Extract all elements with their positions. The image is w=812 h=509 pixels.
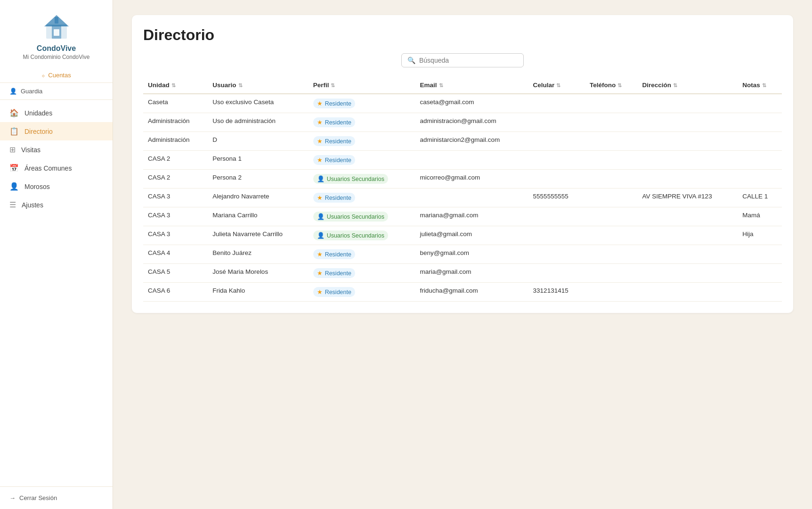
morosos-icon: 👤 xyxy=(9,182,19,191)
cell-email: julieta@gmail.com xyxy=(415,226,528,245)
search-wrapper: 🔍 xyxy=(401,53,524,67)
cell-celular xyxy=(528,132,585,151)
perfil-icon: 👤 xyxy=(317,213,325,220)
accounts-label: Cuentas xyxy=(48,72,71,79)
visitas-icon: ⊞ xyxy=(9,145,16,154)
sort-usuario: ⇅ xyxy=(238,82,243,89)
sidebar-label-unidades: Unidades xyxy=(24,109,52,117)
cell-email: beny@gmail.com xyxy=(415,245,528,264)
cell-usuario: Julieta Navarrete Carrillo xyxy=(208,226,308,245)
sidebar: CondoVive Mi Condominio CondoVive ⬦ Cuen… xyxy=(0,0,113,509)
directory-table: Unidad⇅Usuario⇅Perfil⇅Email⇅Celular⇅Telé… xyxy=(143,77,782,302)
col-header-email[interactable]: Email⇅ xyxy=(415,77,528,94)
perfil-label: Residente xyxy=(325,157,351,164)
col-header-unidad[interactable]: Unidad⇅ xyxy=(143,77,208,94)
cell-usuario: Persona 1 xyxy=(208,151,308,170)
perfil-badge: 👤Usuarios Secundarios xyxy=(313,230,388,240)
perfil-badge: ★Residente xyxy=(313,136,355,146)
cell-notas xyxy=(738,113,782,132)
cell-celular xyxy=(528,264,585,283)
svg-rect-4 xyxy=(46,25,67,26)
sidebar-item-morosos[interactable]: 👤 Morosos xyxy=(0,177,113,196)
user-section: 👤 Guardia xyxy=(0,83,113,100)
directory-card: Directorio 🔍 Unidad⇅Usuario⇅Perfil⇅Email… xyxy=(132,15,793,313)
logout-button[interactable]: → Cerrar Sesión xyxy=(9,494,103,501)
sidebar-item-directorio[interactable]: 📋 Directorio xyxy=(0,122,113,140)
perfil-icon: ★ xyxy=(317,288,323,296)
table-row: CASA 3Alejandro Navarrete★Residente55555… xyxy=(143,189,782,207)
sort-telefono: ⇅ xyxy=(617,82,622,89)
unidades-icon: 🏠 xyxy=(9,108,19,117)
cell-usuario: Mariana Carrillo xyxy=(208,207,308,226)
cell-notas xyxy=(738,170,782,189)
cell-unidad: CASA 5 xyxy=(143,264,208,283)
ajustes-icon: ☰ xyxy=(9,200,16,209)
col-header-telefono[interactable]: Teléfono⇅ xyxy=(585,77,638,94)
perfil-icon: 👤 xyxy=(317,175,325,182)
search-input[interactable] xyxy=(419,57,518,64)
user-icon: 👤 xyxy=(9,88,17,95)
perfil-icon: ★ xyxy=(317,251,323,258)
cell-direccion xyxy=(638,94,738,113)
cell-telefono xyxy=(585,189,638,207)
accounts-link[interactable]: ⬦ Cuentas xyxy=(0,68,113,83)
col-header-notas[interactable]: Notas⇅ xyxy=(738,77,782,94)
sidebar-label-ajustes: Ajustes xyxy=(22,201,43,209)
cell-perfil: ★Residente xyxy=(309,245,415,264)
perfil-label: Residente xyxy=(325,270,351,277)
col-header-usuario[interactable]: Usuario⇅ xyxy=(208,77,308,94)
cell-perfil: 👤Usuarios Secundarios xyxy=(309,207,415,226)
cell-perfil: ★Residente xyxy=(309,132,415,151)
cell-unidad: CASA 3 xyxy=(143,189,208,207)
user-label: Guardia xyxy=(21,88,42,95)
sidebar-label-visitas: Visitas xyxy=(21,146,41,154)
cell-usuario: Uso de administración xyxy=(208,113,308,132)
logo-section: CondoVive Mi Condominio CondoVive xyxy=(0,0,113,68)
cell-perfil: ★Residente xyxy=(309,151,415,170)
cell-notas xyxy=(738,283,782,302)
cell-email xyxy=(415,189,528,207)
cell-notas xyxy=(738,94,782,113)
cell-email: mariana@gmail.com xyxy=(415,207,528,226)
cell-telefono xyxy=(585,207,638,226)
sidebar-nav: 🏠 Unidades 📋 Directorio ⊞ Visitas 📅 Área… xyxy=(0,100,113,486)
perfil-label: Residente xyxy=(325,251,351,258)
sidebar-item-ajustes[interactable]: ☰ Ajustes xyxy=(0,196,113,214)
table-header: Unidad⇅Usuario⇅Perfil⇅Email⇅Celular⇅Telé… xyxy=(143,77,782,94)
sidebar-item-areas[interactable]: 📅 Áreas Comunes xyxy=(0,159,113,177)
cell-telefono xyxy=(585,170,638,189)
cell-perfil: 👤Usuarios Secundarios xyxy=(309,170,415,189)
cell-notas xyxy=(738,264,782,283)
cell-notas xyxy=(738,132,782,151)
perfil-badge: ★Residente xyxy=(313,249,355,259)
perfil-icon: ★ xyxy=(317,156,323,164)
table-row: CasetaUso exclusivo Caseta★Residentecase… xyxy=(143,94,782,113)
cell-notas xyxy=(738,245,782,264)
perfil-badge: 👤Usuarios Secundarios xyxy=(313,212,388,222)
sort-email: ⇅ xyxy=(439,82,443,89)
directorio-icon: 📋 xyxy=(9,127,19,136)
cell-usuario: Benito Juárez xyxy=(208,245,308,264)
sidebar-label-areas: Áreas Comunes xyxy=(24,164,72,172)
cell-celular: 5555555555 xyxy=(528,189,585,207)
cell-unidad: CASA 6 xyxy=(143,283,208,302)
col-header-direccion[interactable]: Dirección⇅ xyxy=(638,77,738,94)
cell-direccion xyxy=(638,283,738,302)
perfil-label: Residente xyxy=(325,119,351,126)
sidebar-label-directorio: Directorio xyxy=(24,128,53,135)
sidebar-item-visitas[interactable]: ⊞ Visitas xyxy=(0,140,113,159)
col-header-celular[interactable]: Celular⇅ xyxy=(528,77,585,94)
perfil-badge: 👤Usuarios Secundarios xyxy=(313,174,388,184)
cell-perfil: ★Residente xyxy=(309,264,415,283)
sidebar-item-unidades[interactable]: 🏠 Unidades xyxy=(0,104,113,122)
cell-unidad: Caseta xyxy=(143,94,208,113)
cell-notas: CALLE 1 xyxy=(738,189,782,207)
table-row: AdministraciónUso de administración★Resi… xyxy=(143,113,782,132)
cell-celular: 3312131415 xyxy=(528,283,585,302)
condo-name: Mi Condominio CondoVive xyxy=(23,54,90,60)
perfil-badge: ★Residente xyxy=(313,117,355,127)
col-header-perfil[interactable]: Perfil⇅ xyxy=(309,77,415,94)
perfil-label: Usuarios Secundarios xyxy=(327,213,384,220)
cell-telefono xyxy=(585,264,638,283)
areas-icon: 📅 xyxy=(9,164,19,172)
